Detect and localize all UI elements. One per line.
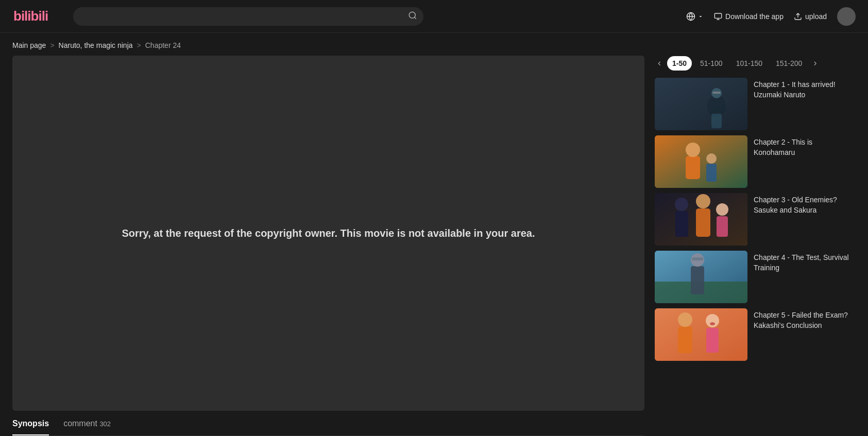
header: bilibili [0, 0, 868, 33]
pagination-range-101-150[interactable]: 101-150 [731, 56, 768, 71]
breadcrumb-current: Chapter 24 [145, 41, 181, 49]
svg-point-23 [696, 194, 710, 208]
tab-comment[interactable]: comment 302 [63, 419, 111, 435]
episode-item-2[interactable]: Chapter 2 - This is Konohamaru [655, 135, 856, 188]
episode-item-4[interactable]: Chapter 4 - The Test, Survival Training [655, 251, 856, 303]
svg-rect-22 [696, 208, 710, 237]
episode-thumb-2 [655, 135, 747, 188]
episode-title-4: Chapter 4 - The Test, Survival Training [754, 253, 856, 273]
episode-info-1: Chapter 1 - It has arrived! Uzumaki Naru… [754, 78, 856, 100]
pagination-range-151-200[interactable]: 151-200 [771, 56, 807, 71]
episode-thumb-5 [655, 308, 747, 361]
tab-comment-count: 302 [99, 420, 111, 428]
svg-rect-9 [655, 78, 747, 130]
episode-info-5: Chapter 5 - Failed the Exam? Kakashi's C… [754, 308, 856, 330]
breadcrumb-series[interactable]: Naruto, the magic ninja [59, 41, 133, 49]
video-player: Sorry, at the request of the copyright o… [12, 56, 644, 411]
breadcrumb-sep-2: > [137, 41, 141, 49]
episode-item-1[interactable]: Chapter 1 - It has arrived! Uzumaki Naru… [655, 78, 856, 130]
svg-rect-15 [686, 156, 700, 179]
svg-rect-30 [692, 257, 703, 260]
svg-rect-34 [706, 328, 719, 353]
episode-thumb-3 [655, 193, 747, 246]
svg-line-2 [414, 17, 416, 19]
svg-rect-5 [714, 13, 721, 18]
episode-title-5: Chapter 5 - Failed the Exam? Kakashi's C… [754, 310, 856, 330]
episode-item-3[interactable]: Chapter 3 - Old Enemies? Sasuke and Saku… [655, 193, 856, 246]
header-right: Download the app upload [686, 7, 856, 26]
search-input[interactable] [73, 7, 423, 26]
episode-title-2: Chapter 2 - This is Konohamaru [754, 137, 856, 158]
episode-item-5[interactable]: Chapter 5 - Failed the Exam? Kakashi's C… [655, 308, 856, 361]
svg-rect-12 [712, 92, 721, 94]
upload-label: upload [805, 12, 827, 21]
svg-point-21 [675, 198, 688, 211]
svg-rect-32 [678, 326, 692, 353]
svg-rect-20 [675, 211, 688, 237]
breadcrumb-main-page[interactable]: Main page [12, 41, 46, 49]
svg-point-18 [706, 153, 717, 164]
episode-sidebar: ‹ 1-50 51-100 101-150 151-200 › [655, 56, 856, 436]
svg-point-16 [686, 143, 700, 157]
tab-synopsis-label: Synopsis [12, 419, 49, 428]
tab-comment-label: comment [63, 419, 99, 428]
svg-point-35 [706, 314, 719, 327]
upload-button[interactable]: upload [794, 12, 827, 21]
svg-point-36 [710, 322, 715, 325]
episode-title-3: Chapter 3 - Old Enemies? Sasuke and Saku… [754, 195, 856, 215]
logo[interactable]: bilibili [12, 4, 59, 28]
episode-info-4: Chapter 4 - The Test, Survival Training [754, 251, 856, 273]
pagination: ‹ 1-50 51-100 101-150 151-200 › [655, 56, 856, 71]
svg-rect-14 [655, 135, 747, 188]
episode-list: Chapter 1 - It has arrived! Uzumaki Naru… [655, 78, 856, 361]
svg-point-33 [678, 312, 692, 327]
pagination-range-51-100[interactable]: 51-100 [695, 56, 728, 71]
svg-rect-28 [691, 266, 704, 294]
episode-info-2: Chapter 2 - This is Konohamaru [754, 135, 856, 158]
download-app-label: Download the app [725, 12, 784, 21]
svg-rect-31 [655, 308, 747, 361]
breadcrumb-sep-1: > [50, 41, 54, 49]
pagination-range-1-50[interactable]: 1-50 [667, 56, 692, 71]
svg-point-1 [409, 12, 415, 18]
tab-synopsis[interactable]: Synopsis [12, 419, 49, 435]
search-bar [73, 7, 423, 26]
svg-point-25 [716, 203, 728, 216]
main-layout: Sorry, at the request of the copyright o… [0, 56, 868, 436]
svg-rect-24 [717, 216, 728, 237]
search-button[interactable] [408, 11, 417, 22]
episode-thumb-1 [655, 78, 747, 130]
pagination-prev[interactable]: ‹ [655, 56, 664, 71]
language-button[interactable] [686, 12, 704, 21]
svg-text:bilibili: bilibili [13, 8, 48, 24]
video-unavailable-message: Sorry, at the request of the copyright o… [111, 215, 545, 251]
download-app-button[interactable]: Download the app [714, 12, 784, 21]
svg-rect-17 [706, 164, 717, 182]
breadcrumb: Main page > Naruto, the magic ninja > Ch… [0, 33, 868, 56]
episode-title-1: Chapter 1 - It has arrived! Uzumaki Naru… [754, 80, 856, 100]
video-tabs: Synopsis comment 302 [12, 411, 644, 436]
video-section: Sorry, at the request of the copyright o… [12, 56, 644, 436]
episode-info-3: Chapter 3 - Old Enemies? Sasuke and Saku… [754, 193, 856, 215]
avatar[interactable] [837, 7, 856, 26]
pagination-next[interactable]: › [810, 56, 820, 71]
episode-thumb-4 [655, 251, 747, 303]
logo-text: bilibili [12, 4, 59, 28]
svg-rect-13 [711, 114, 722, 128]
